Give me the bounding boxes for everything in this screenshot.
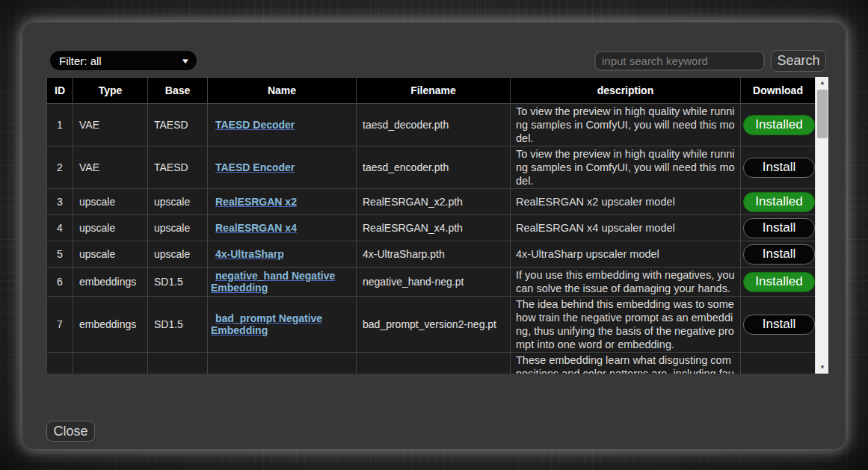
cell-download	[741, 353, 816, 374]
cell-filename: RealESRGAN_x2.pth	[357, 189, 511, 215]
filter-selected-label: Filter: all	[59, 55, 102, 67]
cell-filename: bad_prompt_version2-neg.pt	[357, 297, 511, 353]
cell-description: RealESRGAN x4 upscaler model	[511, 215, 741, 241]
table-row: 3 upscale upscale RealESRGAN x2 RealESRG…	[47, 189, 816, 215]
cell-name: RealESRGAN x2	[208, 189, 357, 215]
cell-base: SD1.5	[148, 297, 208, 353]
install-button[interactable]: Install	[743, 218, 815, 238]
cell-type: upscale	[73, 189, 148, 215]
cell-download: Installed	[741, 268, 816, 297]
search-button[interactable]: Search	[771, 50, 826, 72]
table-row: 2 VAE TAESD TAESD Encoder taesd_encoder.…	[47, 146, 816, 189]
header-type: Type	[73, 78, 148, 104]
header-description: description	[511, 78, 741, 104]
cell-base: upscale	[148, 241, 208, 268]
cell-id: 6	[47, 268, 73, 297]
cell-download: Installed	[741, 104, 816, 146]
cell-filename: taesd_encoder.pth	[357, 146, 511, 189]
header-filename: Filename	[357, 78, 511, 104]
cell-name: negative_hand Negative Embedding	[208, 268, 357, 297]
cell-download: Install	[741, 215, 816, 241]
cell-description: If you use this embedding with negatives…	[511, 268, 741, 297]
table-row: These embedding learn what disgusting co…	[47, 353, 816, 374]
filter-select[interactable]: Filter: all ▾	[50, 51, 197, 70]
table-header-row: ID Type Base Name Filename description D…	[47, 78, 816, 104]
search-input[interactable]	[594, 51, 765, 71]
install-button[interactable]: Installed	[743, 115, 815, 135]
table-row: 5 upscale upscale 4x-UltraSharp 4x-Ultra…	[47, 241, 816, 268]
header-download: Download	[741, 78, 816, 104]
cell-description: To view the preview in high quality whil…	[511, 146, 741, 189]
table-row: 4 upscale upscale RealESRGAN x4 RealESRG…	[47, 215, 816, 241]
cell-id	[47, 353, 73, 374]
model-name-link[interactable]: RealESRGAN x4	[215, 222, 297, 234]
model-name-link[interactable]: TAESD Encoder	[215, 161, 295, 173]
install-button[interactable]: Install	[743, 158, 815, 178]
install-button[interactable]: Installed	[743, 192, 815, 212]
cell-download: Install	[741, 241, 816, 268]
cell-type: VAE	[73, 146, 148, 189]
scrollbar-down-icon[interactable]: ▼	[816, 362, 828, 374]
cell-type: embeddings	[73, 268, 148, 297]
cell-id: 4	[47, 215, 73, 241]
install-button[interactable]: Install	[743, 315, 815, 335]
cell-name: 4x-UltraSharp	[208, 241, 357, 268]
cell-id: 2	[47, 146, 73, 189]
cell-description: These embedding learn what disgusting co…	[511, 353, 741, 374]
model-name-link[interactable]: bad_prompt Negative Embedding	[211, 312, 322, 336]
cell-base: TAESD	[148, 104, 208, 146]
cell-description: 4x-UltraSharp upscaler model	[511, 241, 741, 268]
cell-name	[208, 353, 357, 374]
cell-download: Install	[741, 146, 816, 189]
cell-type	[73, 353, 148, 374]
cell-name: TAESD Encoder	[208, 146, 357, 189]
table-row: 6 embeddings SD1.5 negative_hand Negativ…	[47, 268, 816, 297]
cell-name: TAESD Decoder	[208, 104, 357, 146]
install-button[interactable]: Installed	[743, 272, 815, 292]
cell-base: upscale	[148, 189, 208, 215]
install-button[interactable]: Install	[743, 244, 815, 265]
cell-id: 7	[47, 297, 73, 353]
cell-type: VAE	[73, 104, 148, 146]
cell-description: RealESRGAN x2 upscaler model	[511, 189, 741, 215]
chevron-down-icon: ▾	[182, 56, 188, 66]
cell-filename: negative_hand-neg.pt	[357, 268, 511, 297]
cell-filename	[357, 353, 511, 374]
header-base: Base	[148, 78, 208, 104]
model-manager-dialog: Filter: all ▾ Search ID Type Base Name F…	[22, 22, 846, 449]
scrollbar-up-icon[interactable]: ▲	[816, 77, 828, 89]
model-name-link[interactable]: negative_hand Negative Embedding	[211, 270, 335, 294]
cell-id: 1	[47, 104, 73, 146]
cell-id: 3	[47, 189, 73, 215]
models-table: ID Type Base Name Filename description D…	[46, 77, 816, 374]
table-row: 1 VAE TAESD TAESD Decoder taesd_decoder.…	[47, 104, 816, 146]
model-name-link[interactable]: TAESD Decoder	[215, 119, 295, 131]
model-name-link[interactable]: RealESRGAN x2	[215, 196, 297, 208]
cell-type: upscale	[73, 215, 148, 241]
scrollbar-thumb[interactable]	[817, 90, 828, 138]
cell-base	[148, 353, 208, 374]
cell-filename: 4x-UltraSharp.pth	[357, 241, 511, 268]
table-row: 7 embeddings SD1.5 bad_prompt Negative E…	[47, 297, 816, 353]
cell-type: embeddings	[73, 297, 148, 353]
cell-description: To view the preview in high quality whil…	[511, 104, 741, 146]
cell-filename: taesd_decoder.pth	[357, 104, 511, 146]
cell-base: TAESD	[148, 146, 208, 189]
model-name-link[interactable]: 4x-UltraSharp	[215, 248, 284, 260]
cell-base: upscale	[148, 215, 208, 241]
cell-description: The idea behind this embedding was to so…	[511, 297, 741, 353]
cell-download: Installed	[741, 189, 816, 215]
models-table-container: ID Type Base Name Filename description D…	[46, 77, 828, 374]
table-scrollbar[interactable]: ▲ ▼	[815, 77, 828, 374]
header-id: ID	[47, 78, 73, 104]
cell-download: Install	[741, 297, 816, 353]
cell-filename: RealESRGAN_x4.pth	[357, 215, 511, 241]
cell-name: RealESRGAN x4	[208, 215, 357, 241]
close-button[interactable]: Close	[46, 421, 95, 442]
cell-type: upscale	[73, 241, 148, 268]
cell-name: bad_prompt Negative Embedding	[208, 297, 357, 353]
cell-base: SD1.5	[148, 268, 208, 297]
header-name: Name	[208, 78, 357, 104]
cell-id: 5	[47, 241, 73, 268]
